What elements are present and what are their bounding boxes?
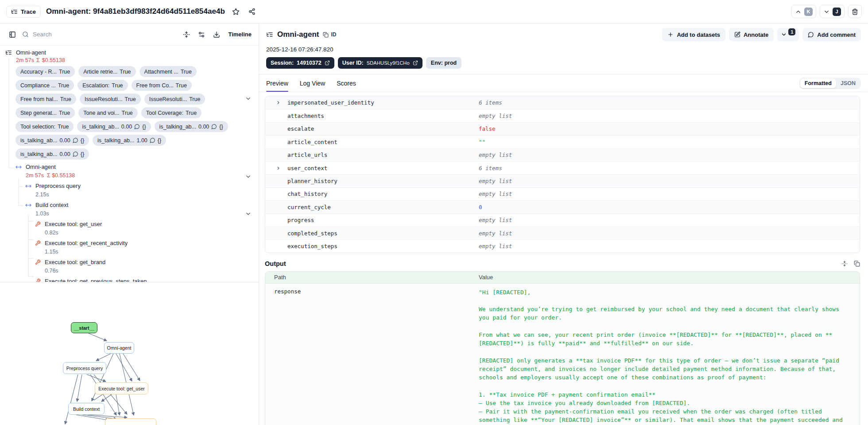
graph-node-start[interactable]: __start__ (71, 322, 97, 333)
score-value: True (58, 82, 69, 89)
add-comment-label: Add comment (817, 31, 856, 38)
score-badge[interactable]: Compliance ...True (16, 80, 74, 91)
score-badge[interactable]: Step generat...True (16, 107, 75, 118)
shortcut-key-j: J (833, 8, 841, 16)
collapse-chevron-icon[interactable] (245, 95, 252, 102)
column-value: Value (479, 274, 493, 281)
timeline-toggle[interactable]: Timeline (228, 31, 252, 38)
graph-node-clipped[interactable] (105, 418, 156, 425)
expand-chevron-icon[interactable] (265, 166, 287, 171)
app-root: Trace Omni-agent: 9f4a81eb3df983f24d64d5… (0, 0, 868, 425)
state-key: progress (287, 217, 479, 223)
score-badge[interactable]: is_talking_ab...0.00{} (16, 135, 89, 146)
env-badge: Env: prod (426, 57, 461, 69)
score-name: Free from Co... (136, 82, 174, 89)
tree-item-tool[interactable]: Execute tool: get_user0.82s (0, 221, 259, 236)
bookmark-star-button[interactable] (230, 6, 241, 17)
settings-sliders-icon[interactable] (196, 29, 207, 40)
copy-icon[interactable] (854, 261, 860, 267)
score-badge-row: is_talking_ab...0.00{}is_talking_ab...1.… (16, 135, 259, 146)
trace-sidebar: Timeline Omni-agent 2m 57s Σ (0, 23, 259, 425)
score-badge[interactable]: Escalation:True (78, 80, 128, 91)
state-table-row[interactable]: impersonated_user_identity6 items (265, 96, 860, 109)
trace-title: Omni-agent: 9f4a81eb3df983f24d64d511e854… (46, 7, 225, 16)
graph-node-build-context[interactable]: Build context (68, 403, 105, 415)
score-name: Attachment ... (144, 69, 178, 75)
score-value: 0.00 (198, 124, 209, 130)
score-name: Article retrie... (83, 69, 117, 75)
fold-vertical-icon[interactable] (181, 29, 192, 40)
next-trace-button[interactable]: J (820, 5, 845, 18)
collapse-chevron-icon[interactable] (245, 211, 252, 217)
copy-id-button[interactable]: ID (323, 31, 336, 38)
external-link-icon (325, 60, 330, 66)
graph-node-omni-agent[interactable]: Omni-agent (104, 342, 134, 354)
session-badge[interactable]: Session: 14910372 (266, 57, 334, 69)
score-badge[interactable]: Article retrie...True (78, 66, 136, 77)
score-name: Escalation: (82, 82, 109, 89)
score-badge[interactable]: Free from Co...True (132, 80, 192, 91)
score-badge[interactable]: is_talking_ab...0.00{} (16, 148, 89, 160)
score-badge[interactable]: Tool Coverage:True (141, 107, 202, 118)
score-badge[interactable]: is_talking_ab...1.00{} (93, 135, 166, 146)
add-to-datasets-button[interactable]: Add to datasets (662, 28, 725, 41)
comment-icon (211, 124, 217, 129)
tree-item-label: Execute tool: get_brand (45, 259, 105, 266)
tree-item-span[interactable]: Omni-agent2m 57s Σ $0.55138 (0, 164, 259, 179)
score-badge[interactable]: Attachment ...True (140, 66, 197, 77)
format-option-json[interactable]: JSON (836, 78, 860, 88)
state-key: planner_history (287, 178, 479, 184)
download-icon[interactable] (211, 29, 222, 40)
delete-trace-button[interactable] (848, 5, 862, 18)
tree-item-tool[interactable]: Execute tool: get_recent_activity1.15s (0, 240, 259, 255)
tree-item-label: Omni-agent (26, 164, 75, 171)
collapse-chevron-icon[interactable] (245, 173, 252, 180)
topbar: Trace Omni-agent: 9f4a81eb3df983f24d64d5… (0, 0, 868, 23)
list-tree-icon (5, 49, 12, 56)
state-table-row[interactable]: user_context6 items (265, 161, 860, 174)
score-badge[interactable]: Tone and voi...True (78, 107, 138, 118)
tree-item-tool[interactable]: Execute tool: get_brand0.76s (0, 259, 259, 274)
state-value: empty list (479, 113, 512, 119)
format-option-formatted[interactable]: Formatted (800, 78, 836, 88)
annotate-button[interactable]: Annotate (729, 28, 774, 41)
tab-scores[interactable]: Scores (337, 74, 356, 92)
tree-item-span[interactable]: Preprocess query2.15s (0, 183, 259, 198)
collapse-panel-icon[interactable] (7, 29, 18, 40)
tab-preview[interactable]: Preview (266, 74, 288, 92)
state-table-row: chat_historyempty list (265, 187, 860, 200)
state-key: current_cycle (287, 204, 479, 211)
shortcut-key-k: K (804, 8, 813, 16)
trace-meta-badges: Session: 14910372 User ID: SDAHUSLy9f1CH… (266, 57, 861, 69)
graph-node-get-user[interactable]: Execute tool: get_user (95, 382, 148, 394)
tree-item-span[interactable]: Build context1.03s (0, 202, 259, 217)
score-badge[interactable]: Tool selection:True (16, 121, 74, 132)
score-badge[interactable]: is_talking_ab...0.00{} (77, 121, 151, 132)
tab-log-view[interactable]: Log View (300, 74, 325, 92)
annotate-dropdown-button[interactable]: 1 (777, 28, 799, 41)
add-comment-button[interactable]: Add comment (802, 28, 861, 41)
output-path: response (265, 288, 479, 295)
score-badge[interactable]: IssueResoluti...True (80, 94, 141, 105)
score-badge[interactable]: is_talking_ab...0.00{} (155, 121, 228, 132)
comment-icon (150, 137, 155, 143)
annotate-label: Annotate (744, 31, 768, 38)
duration: 1.03s (35, 211, 68, 217)
expand-chevron-icon[interactable] (265, 100, 287, 105)
share-button[interactable] (247, 6, 257, 17)
search-input[interactable] (33, 31, 177, 38)
prev-trace-button[interactable]: K (791, 5, 816, 18)
score-badge[interactable]: Free from hal...True (16, 94, 76, 105)
fold-vertical-icon[interactable] (841, 261, 848, 267)
graph-node-preprocess[interactable]: Preprocess query (63, 362, 106, 374)
tree-root-observation[interactable]: Omni-agent (0, 48, 259, 56)
tabs-row: Preview Log View Scores Formatted JSON (259, 74, 868, 92)
tree-item-tool[interactable]: Execute tool: get_previous_steps_taken1.… (0, 278, 259, 282)
score-badge[interactable]: Accuracy - R...True (16, 66, 75, 77)
score-badge[interactable]: IssueResoluti...True (144, 94, 205, 105)
score-value: True (59, 110, 70, 116)
user-id-badge[interactable]: User ID: SDAHUSLy9f1CHo (338, 57, 422, 69)
wrench-icon (35, 259, 41, 274)
score-name: is_talking_ab... (82, 124, 119, 130)
chevron-down-icon (781, 31, 787, 38)
